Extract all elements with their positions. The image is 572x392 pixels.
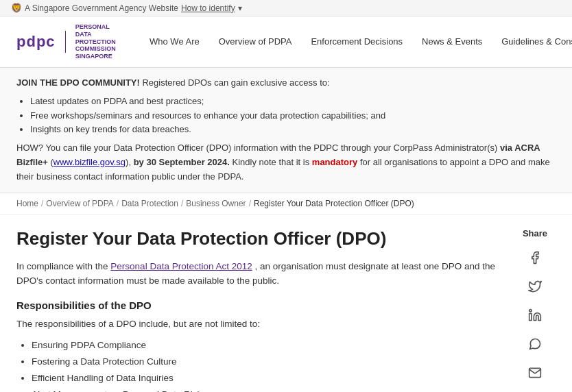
resp-item-2: Fostering a Data Protection Culture (32, 354, 501, 370)
notice-join-line: JOIN THE DPO COMMUNITY! Registered DPOs … (16, 76, 556, 90)
share-twitter-button[interactable] (523, 274, 547, 299)
notice-bullet-3: Insights on key trends for data breaches… (30, 123, 556, 137)
top-bar: 🦁 A Singapore Government Agency Website … (0, 0, 572, 16)
breadcrumb-home[interactable]: Home (16, 199, 38, 208)
notice-bullet-2: Free workshops/seminars and resources to… (30, 109, 556, 123)
page-title: Register Your Data Protection Officer (D… (16, 228, 501, 249)
date-text: by 30 September 2024. (134, 157, 230, 167)
share-facebook-button[interactable] (523, 245, 547, 270)
notice-bullet-1: Latest updates on PDPA and best practice… (30, 95, 556, 109)
share-whatsapp-button[interactable] (523, 332, 547, 356)
logo-divider (65, 31, 66, 53)
mandatory-text: mandatory (312, 157, 357, 167)
main-nav: Who We Are Overview of PDPA Enforcement … (140, 31, 572, 52)
share-linkedin-button[interactable] (523, 303, 547, 328)
breadcrumb: Home / Overview of PDPA / Data Protectio… (0, 193, 572, 215)
share-email-button[interactable] (523, 360, 547, 385)
top-bar-text: A Singapore Government Agency Website (25, 3, 178, 13)
resp-item-1: Ensuring PDPA Compliance (32, 337, 501, 354)
logo-pdpc: pdpc (16, 33, 56, 50)
nav-item-overview-pdpa[interactable]: Overview of PDPA (209, 31, 302, 52)
notice-bar: JOIN THE DPO COMMUNITY! Registered DPOs … (0, 68, 572, 193)
notice-bullets: Latest updates on PDPA and best practice… (30, 95, 556, 137)
breadcrumb-business-owner[interactable]: Business Owner (186, 199, 246, 208)
svg-point-1 (529, 309, 532, 311)
pdpa-act-link[interactable]: Personal Data Protection Act 2012 (110, 261, 252, 271)
how-to-identify-link[interactable]: How to identify (181, 3, 235, 13)
content-area: Register Your Data Protection Officer (D… (16, 228, 501, 392)
share-label: Share (523, 228, 547, 238)
nav-item-enforcement[interactable]: Enforcement Decisions (301, 31, 412, 52)
intro-paragraph: In compliance with the Personal Data Pro… (16, 259, 501, 289)
join-title: JOIN THE DPO COMMUNITY! (16, 77, 140, 88)
logo-subtitle: PERSONAL DATA PROTECTION COMMISSION SING… (75, 23, 126, 60)
main-container: Register Your Data Protection Officer (D… (0, 215, 572, 392)
logo-pdpc-text: pdpc (16, 33, 56, 51)
notice-how-line: HOW? You can file your Data Protection O… (16, 141, 556, 184)
resp-item-3: Efficient Handling of Data Inquiries (32, 370, 501, 387)
dropdown-icon: ▾ (238, 3, 242, 13)
svg-rect-0 (529, 313, 532, 320)
share-sidebar: Share (514, 228, 556, 392)
header: pdpc PERSONAL DATA PROTECTION COMMISSION… (0, 16, 572, 68)
logo-area[interactable]: pdpc PERSONAL DATA PROTECTION COMMISSION… (16, 23, 126, 60)
responsibilities-intro: The responsibilities of a DPO include, b… (16, 317, 501, 332)
join-text: Registered DPOs can gain exclusive acces… (142, 77, 329, 88)
bizfile-link[interactable]: www.bizfile.gov.sg (53, 157, 126, 167)
nav-item-news-events[interactable]: News & Events (412, 31, 492, 52)
breadcrumb-current: Register Your Data Protection Officer (D… (254, 199, 414, 208)
lion-icon: 🦁 (11, 3, 22, 13)
responsibilities-heading: Responsibilities of the DPO (16, 299, 501, 311)
nav-item-who-we-are[interactable]: Who We Are (140, 31, 209, 52)
nav-item-guidelines[interactable]: Guidelines & Consultations (492, 31, 572, 52)
breadcrumb-overview-pdpa[interactable]: Overview of PDPA (46, 199, 113, 208)
responsibilities-list: Ensuring PDPA Compliance Fostering a Dat… (32, 337, 501, 392)
resp-item-4: Alert Management on Personal Data Risks (32, 387, 501, 392)
breadcrumb-data-protection[interactable]: Data Protection (121, 199, 178, 208)
